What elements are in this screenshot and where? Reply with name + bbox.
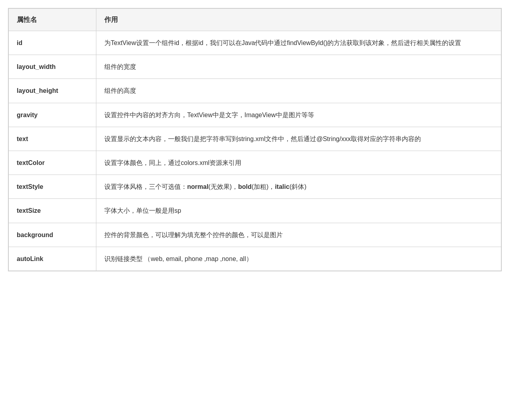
table-row: textSize字体大小，单位一般是用sp bbox=[9, 199, 501, 223]
table-header-row: 属性名 作用 bbox=[9, 9, 501, 31]
table-row: textStyle设置字体风格，三个可选值：normal(无效果)，bold(加… bbox=[9, 175, 501, 199]
table-row: text设置显示的文本内容，一般我们是把字符串写到string.xml文件中，然… bbox=[9, 127, 501, 151]
attr-desc-cell: 设置控件中内容的对齐方向，TextView中是文字，ImageView中是图片等… bbox=[96, 103, 501, 127]
attr-desc-cell: 设置字体风格，三个可选值：normal(无效果)，bold(加粗)，italic… bbox=[96, 175, 501, 199]
attr-desc-cell: 设置显示的文本内容，一般我们是把字符串写到string.xml文件中，然后通过@… bbox=[96, 127, 501, 151]
attr-name-cell: textSize bbox=[9, 199, 96, 223]
attr-name-cell: textColor bbox=[9, 151, 96, 175]
attr-desc-cell: 字体大小，单位一般是用sp bbox=[96, 199, 501, 223]
table-row: layout_height组件的高度 bbox=[9, 79, 501, 103]
attr-desc-cell: 组件的宽度 bbox=[96, 55, 501, 79]
table-row: textColor设置字体颜色，同上，通过colors.xml资源来引用 bbox=[9, 151, 501, 175]
table-row: id为TextView设置一个组件id，根据id，我们可以在Java代码中通过f… bbox=[9, 31, 501, 55]
attr-name-cell: gravity bbox=[9, 103, 96, 127]
attr-desc-cell: 组件的高度 bbox=[96, 79, 501, 103]
attr-name-cell: id bbox=[9, 31, 96, 55]
table-row: autoLink识别链接类型 （web, email, phone ,map ,… bbox=[9, 247, 501, 271]
attr-name-cell: textStyle bbox=[9, 175, 96, 199]
col-header-attr: 属性名 bbox=[9, 9, 96, 31]
attr-name-cell: background bbox=[9, 223, 96, 247]
attr-name-cell: layout_height bbox=[9, 79, 96, 103]
attr-desc-cell: 识别链接类型 （web, email, phone ,map ,none, al… bbox=[96, 247, 501, 271]
attr-name-cell: text bbox=[9, 127, 96, 151]
attr-name-cell: layout_width bbox=[9, 55, 96, 79]
attr-desc-cell: 为TextView设置一个组件id，根据id，我们可以在Java代码中通过fin… bbox=[96, 31, 501, 55]
table-row: background控件的背景颜色，可以理解为填充整个控件的颜色，可以是图片 bbox=[9, 223, 501, 247]
table-row: gravity设置控件中内容的对齐方向，TextView中是文字，ImageVi… bbox=[9, 103, 501, 127]
attributes-table: 属性名 作用 id为TextView设置一个组件id，根据id，我们可以在Jav… bbox=[8, 8, 502, 271]
attr-desc-cell: 控件的背景颜色，可以理解为填充整个控件的颜色，可以是图片 bbox=[96, 223, 501, 247]
attr-name-cell: autoLink bbox=[9, 247, 96, 271]
attr-desc-cell: 设置字体颜色，同上，通过colors.xml资源来引用 bbox=[96, 151, 501, 175]
col-header-desc: 作用 bbox=[96, 9, 501, 31]
table-row: layout_width组件的宽度 bbox=[9, 55, 501, 79]
